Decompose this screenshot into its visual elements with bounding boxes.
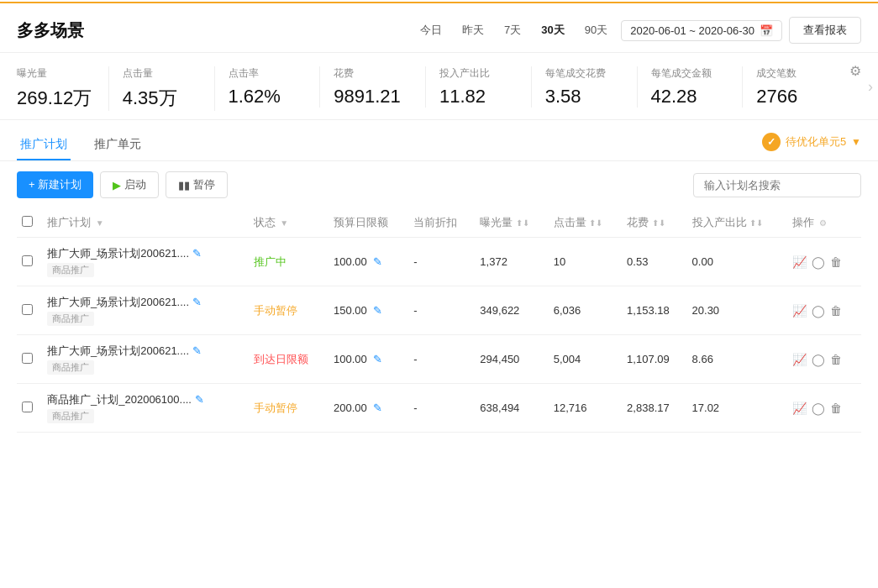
start-button[interactable]: ▶ 启动 [100,171,159,198]
row-checkbox-cell[interactable] [17,384,42,433]
row-roi-cell: 8.66 [687,335,788,384]
row-checkbox[interactable] [22,255,33,266]
row-checkbox-cell[interactable] [17,335,42,384]
stat-label: 花费 [334,66,412,81]
row-checkbox[interactable] [22,402,33,412]
row-clicks-cell: 6,036 [549,286,622,335]
row-budget-cell: 200.00 ✎ [329,384,408,433]
campaign-search-input[interactable] [693,173,861,197]
date-btn-90d[interactable]: 90天 [578,19,614,41]
status-filter-icon[interactable]: ▼ [280,218,288,228]
col-spend: 花费 ⬆⬇ [622,208,686,238]
edit-icon[interactable]: ✎ [192,344,202,357]
view-report-button[interactable]: 查看报表 [789,17,861,44]
arrow-right-icon[interactable]: › [868,77,873,95]
col-budget: 预算日限额 [329,208,408,238]
budget-edit-icon[interactable]: ✎ [373,255,382,268]
date-range-picker[interactable]: 2020-06-01 ~ 2020-06-30 📅 [621,20,782,41]
col-status: 状态 ▼ [249,208,329,238]
pause-action-icon[interactable]: ◯ [812,353,825,366]
campaign-filter-icon[interactable]: ▼ [96,218,104,228]
table-row: 商品推广_计划_202006100.... ✎ 商品推广 手动暂停 200.00… [17,384,861,433]
row-checkbox-cell[interactable] [17,238,42,286]
clicks-sort-icon[interactable]: ⬆⬇ [589,218,602,228]
date-range-value: 2020-06-01 ~ 2020-06-30 [630,24,754,37]
row-roi-cell: 20.30 [687,286,788,335]
calendar-icon: 📅 [760,24,773,37]
row-checkbox-cell[interactable] [17,286,42,335]
stat-value: 42.28 [651,86,729,108]
row-actions-cell: 📈 ◯ 🗑 [787,286,861,335]
table-body: 推广大师_场景计划200621.... ✎ 商品推广 推广中 100.00 ✎ … [17,238,861,433]
row-impressions-cell: 294,450 [475,335,548,384]
stat-value: 2766 [756,86,834,108]
stat-item-3: 花费 9891.21 [334,66,426,108]
campaign-name: 推广大师_场景计划200621.... ✎ [47,295,244,310]
select-all-checkbox-header[interactable] [17,208,42,238]
campaign-table: 推广计划 ▼ 状态 ▼ 预算日限额 当前折扣 曝光量 ⬆⬇ [17,208,861,433]
row-discount-cell: - [408,335,475,384]
pause-action-icon[interactable]: ◯ [812,304,825,318]
pause-icon: ▮▮ [178,179,190,192]
stat-label: 点击量 [123,66,201,81]
edit-icon[interactable]: ✎ [195,393,204,406]
col-actions: 操作 ⚙ [787,208,861,238]
delete-action-icon[interactable]: 🗑 [830,402,842,415]
select-all-checkbox[interactable] [22,216,33,227]
row-status-cell: 手动暂停 [249,286,329,335]
row-impressions-cell: 1,372 [475,238,548,286]
delete-action-icon[interactable]: 🗑 [830,255,842,269]
optimize-badge[interactable]: ✓ 待优化单元5 ▼ [762,133,861,158]
settings-icon[interactable]: ⚙ [849,63,861,79]
chart-action-icon[interactable]: 📈 [792,353,807,366]
status-badge: 手动暂停 [254,402,297,414]
stat-value: 3.58 [545,86,623,108]
status-badge: 手动暂停 [254,304,297,317]
pause-action-icon[interactable]: ◯ [812,255,825,269]
tab-adgroup[interactable]: 推广单元 [91,130,145,160]
date-btn-30d[interactable]: 30天 [534,19,570,41]
row-discount-cell: - [408,384,475,433]
optimize-icon: ✓ [762,133,781,151]
delete-action-icon[interactable]: 🗑 [830,353,842,366]
date-btn-yesterday[interactable]: 昨天 [455,19,491,41]
stat-value: 1.62% [229,86,307,108]
actions-filter-icon[interactable]: ⚙ [819,218,827,228]
budget-edit-icon[interactable]: ✎ [373,353,382,365]
row-status-cell: 推广中 [249,238,329,286]
chart-action-icon[interactable]: 📈 [792,255,807,269]
stat-label: 曝光量 [17,66,95,81]
impressions-sort-icon[interactable]: ⬆⬇ [516,218,529,228]
table-row: 推广大师_场景计划200621.... ✎ 商品推广 手动暂停 150.00 ✎… [17,286,861,335]
row-checkbox[interactable] [22,353,33,364]
col-impressions: 曝光量 ⬆⬇ [475,208,548,238]
row-actions-cell: 📈 ◯ 🗑 [787,335,861,384]
pause-button[interactable]: ▮▮ 暂停 [166,171,228,198]
row-checkbox[interactable] [22,304,33,315]
new-campaign-button[interactable]: + 新建计划 [17,171,93,198]
tab-campaign[interactable]: 推广计划 [17,130,71,160]
table-row: 推广大师_场景计划200621.... ✎ 商品推广 推广中 100.00 ✎ … [17,238,861,286]
stat-item-0: 曝光量 269.12万 [17,66,109,111]
budget-edit-icon[interactable]: ✎ [373,304,382,317]
pause-action-icon[interactable]: ◯ [812,402,825,415]
roi-sort-icon[interactable]: ⬆⬇ [749,218,763,228]
status-badge: 推广中 [254,255,287,268]
row-spend-cell: 0.53 [622,238,686,286]
spend-sort-icon[interactable]: ⬆⬇ [652,218,665,228]
date-btn-today[interactable]: 今日 [413,19,449,41]
stat-item-4: 投入产出比 11.82 [439,66,532,108]
stat-label: 每笔成交金额 [651,66,729,81]
table-header: 推广计划 ▼ 状态 ▼ 预算日限额 当前折扣 曝光量 ⬆⬇ [17,208,861,238]
stat-item-6: 每笔成交金额 42.28 [651,66,744,108]
budget-edit-icon[interactable]: ✎ [373,402,382,414]
edit-icon[interactable]: ✎ [192,296,202,308]
date-btn-7d[interactable]: 7天 [497,19,528,41]
delete-action-icon[interactable]: 🗑 [830,304,842,318]
chart-action-icon[interactable]: 📈 [792,402,807,415]
campaign-name: 商品推广_计划_202006100.... ✎ [47,392,244,407]
row-spend-cell: 2,838.17 [622,384,686,433]
edit-icon[interactable]: ✎ [192,247,202,260]
campaign-type: 商品推广 [47,360,94,375]
chart-action-icon[interactable]: 📈 [792,304,807,318]
